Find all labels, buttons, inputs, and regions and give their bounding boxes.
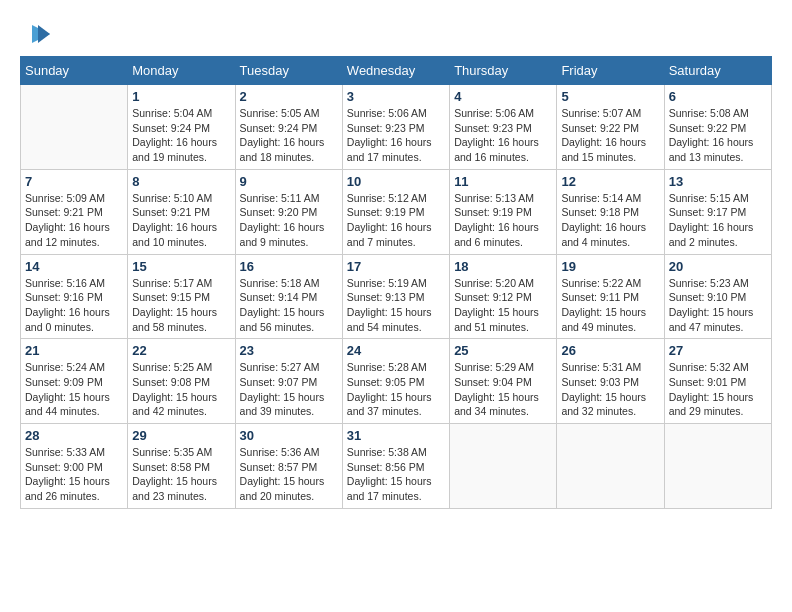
day-info: Sunrise: 5:11 AMSunset: 9:20 PMDaylight:… (240, 191, 338, 250)
day-number: 26 (561, 343, 659, 358)
day-number: 1 (132, 89, 230, 104)
calendar-header-friday: Friday (557, 57, 664, 85)
calendar-header-monday: Monday (128, 57, 235, 85)
calendar-cell: 4Sunrise: 5:06 AMSunset: 9:23 PMDaylight… (450, 85, 557, 170)
calendar-cell (450, 424, 557, 509)
day-info: Sunrise: 5:36 AMSunset: 8:57 PMDaylight:… (240, 445, 338, 504)
logo (20, 20, 52, 50)
calendar-cell: 22Sunrise: 5:25 AMSunset: 9:08 PMDayligh… (128, 339, 235, 424)
calendar-header-wednesday: Wednesday (342, 57, 449, 85)
calendar-cell: 31Sunrise: 5:38 AMSunset: 8:56 PMDayligh… (342, 424, 449, 509)
day-info: Sunrise: 5:38 AMSunset: 8:56 PMDaylight:… (347, 445, 445, 504)
day-info: Sunrise: 5:10 AMSunset: 9:21 PMDaylight:… (132, 191, 230, 250)
day-info: Sunrise: 5:12 AMSunset: 9:19 PMDaylight:… (347, 191, 445, 250)
calendar-cell: 13Sunrise: 5:15 AMSunset: 9:17 PMDayligh… (664, 169, 771, 254)
calendar-cell: 11Sunrise: 5:13 AMSunset: 9:19 PMDayligh… (450, 169, 557, 254)
calendar-cell: 30Sunrise: 5:36 AMSunset: 8:57 PMDayligh… (235, 424, 342, 509)
day-info: Sunrise: 5:05 AMSunset: 9:24 PMDaylight:… (240, 106, 338, 165)
day-number: 12 (561, 174, 659, 189)
day-info: Sunrise: 5:09 AMSunset: 9:21 PMDaylight:… (25, 191, 123, 250)
day-info: Sunrise: 5:06 AMSunset: 9:23 PMDaylight:… (347, 106, 445, 165)
day-number: 4 (454, 89, 552, 104)
day-info: Sunrise: 5:18 AMSunset: 9:14 PMDaylight:… (240, 276, 338, 335)
day-number: 5 (561, 89, 659, 104)
calendar-cell: 20Sunrise: 5:23 AMSunset: 9:10 PMDayligh… (664, 254, 771, 339)
day-number: 10 (347, 174, 445, 189)
day-number: 19 (561, 259, 659, 274)
day-number: 22 (132, 343, 230, 358)
day-info: Sunrise: 5:28 AMSunset: 9:05 PMDaylight:… (347, 360, 445, 419)
day-info: Sunrise: 5:13 AMSunset: 9:19 PMDaylight:… (454, 191, 552, 250)
calendar-header-thursday: Thursday (450, 57, 557, 85)
svg-marker-1 (38, 25, 50, 43)
calendar-cell (664, 424, 771, 509)
day-info: Sunrise: 5:33 AMSunset: 9:00 PMDaylight:… (25, 445, 123, 504)
day-number: 20 (669, 259, 767, 274)
day-info: Sunrise: 5:24 AMSunset: 9:09 PMDaylight:… (25, 360, 123, 419)
day-number: 8 (132, 174, 230, 189)
day-number: 31 (347, 428, 445, 443)
calendar-cell: 27Sunrise: 5:32 AMSunset: 9:01 PMDayligh… (664, 339, 771, 424)
day-info: Sunrise: 5:15 AMSunset: 9:17 PMDaylight:… (669, 191, 767, 250)
calendar-cell: 15Sunrise: 5:17 AMSunset: 9:15 PMDayligh… (128, 254, 235, 339)
day-number: 29 (132, 428, 230, 443)
calendar-cell: 8Sunrise: 5:10 AMSunset: 9:21 PMDaylight… (128, 169, 235, 254)
day-info: Sunrise: 5:17 AMSunset: 9:15 PMDaylight:… (132, 276, 230, 335)
calendar-week-0: 1Sunrise: 5:04 AMSunset: 9:24 PMDaylight… (21, 85, 772, 170)
day-info: Sunrise: 5:20 AMSunset: 9:12 PMDaylight:… (454, 276, 552, 335)
calendar-cell: 7Sunrise: 5:09 AMSunset: 9:21 PMDaylight… (21, 169, 128, 254)
day-info: Sunrise: 5:27 AMSunset: 9:07 PMDaylight:… (240, 360, 338, 419)
calendar-cell: 6Sunrise: 5:08 AMSunset: 9:22 PMDaylight… (664, 85, 771, 170)
calendar-header-sunday: Sunday (21, 57, 128, 85)
day-info: Sunrise: 5:35 AMSunset: 8:58 PMDaylight:… (132, 445, 230, 504)
day-info: Sunrise: 5:04 AMSunset: 9:24 PMDaylight:… (132, 106, 230, 165)
day-number: 2 (240, 89, 338, 104)
logo-text (20, 20, 52, 50)
day-number: 6 (669, 89, 767, 104)
day-number: 23 (240, 343, 338, 358)
calendar-cell: 25Sunrise: 5:29 AMSunset: 9:04 PMDayligh… (450, 339, 557, 424)
calendar-week-1: 7Sunrise: 5:09 AMSunset: 9:21 PMDaylight… (21, 169, 772, 254)
calendar-cell: 16Sunrise: 5:18 AMSunset: 9:14 PMDayligh… (235, 254, 342, 339)
day-info: Sunrise: 5:31 AMSunset: 9:03 PMDaylight:… (561, 360, 659, 419)
page-header (20, 20, 772, 50)
calendar-cell: 18Sunrise: 5:20 AMSunset: 9:12 PMDayligh… (450, 254, 557, 339)
day-number: 18 (454, 259, 552, 274)
calendar-cell: 10Sunrise: 5:12 AMSunset: 9:19 PMDayligh… (342, 169, 449, 254)
calendar-header-row: SundayMondayTuesdayWednesdayThursdayFrid… (21, 57, 772, 85)
day-info: Sunrise: 5:19 AMSunset: 9:13 PMDaylight:… (347, 276, 445, 335)
calendar-header-tuesday: Tuesday (235, 57, 342, 85)
calendar-week-3: 21Sunrise: 5:24 AMSunset: 9:09 PMDayligh… (21, 339, 772, 424)
calendar-header-saturday: Saturday (664, 57, 771, 85)
day-info: Sunrise: 5:14 AMSunset: 9:18 PMDaylight:… (561, 191, 659, 250)
day-number: 24 (347, 343, 445, 358)
calendar-cell: 23Sunrise: 5:27 AMSunset: 9:07 PMDayligh… (235, 339, 342, 424)
day-number: 15 (132, 259, 230, 274)
day-number: 14 (25, 259, 123, 274)
calendar-cell (21, 85, 128, 170)
day-number: 25 (454, 343, 552, 358)
calendar-cell: 9Sunrise: 5:11 AMSunset: 9:20 PMDaylight… (235, 169, 342, 254)
calendar-cell: 14Sunrise: 5:16 AMSunset: 9:16 PMDayligh… (21, 254, 128, 339)
calendar-cell (557, 424, 664, 509)
calendar-cell: 21Sunrise: 5:24 AMSunset: 9:09 PMDayligh… (21, 339, 128, 424)
calendar-cell: 29Sunrise: 5:35 AMSunset: 8:58 PMDayligh… (128, 424, 235, 509)
day-info: Sunrise: 5:08 AMSunset: 9:22 PMDaylight:… (669, 106, 767, 165)
day-number: 21 (25, 343, 123, 358)
day-info: Sunrise: 5:06 AMSunset: 9:23 PMDaylight:… (454, 106, 552, 165)
calendar-cell: 19Sunrise: 5:22 AMSunset: 9:11 PMDayligh… (557, 254, 664, 339)
day-info: Sunrise: 5:16 AMSunset: 9:16 PMDaylight:… (25, 276, 123, 335)
day-number: 9 (240, 174, 338, 189)
calendar-cell: 17Sunrise: 5:19 AMSunset: 9:13 PMDayligh… (342, 254, 449, 339)
calendar-cell: 5Sunrise: 5:07 AMSunset: 9:22 PMDaylight… (557, 85, 664, 170)
day-number: 27 (669, 343, 767, 358)
calendar-week-4: 28Sunrise: 5:33 AMSunset: 9:00 PMDayligh… (21, 424, 772, 509)
day-number: 16 (240, 259, 338, 274)
calendar-cell: 26Sunrise: 5:31 AMSunset: 9:03 PMDayligh… (557, 339, 664, 424)
day-number: 13 (669, 174, 767, 189)
day-number: 28 (25, 428, 123, 443)
calendar-cell: 3Sunrise: 5:06 AMSunset: 9:23 PMDaylight… (342, 85, 449, 170)
day-number: 17 (347, 259, 445, 274)
calendar-cell: 12Sunrise: 5:14 AMSunset: 9:18 PMDayligh… (557, 169, 664, 254)
day-info: Sunrise: 5:23 AMSunset: 9:10 PMDaylight:… (669, 276, 767, 335)
